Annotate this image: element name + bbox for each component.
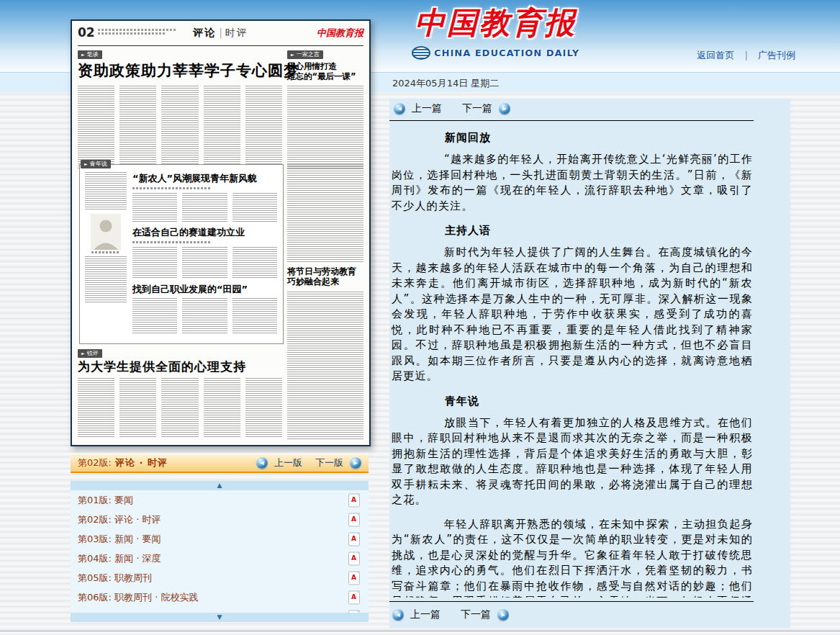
preview-box-left-column	[85, 172, 127, 304]
article-nav-top: ◀ 上一篇 下一篇 ▶	[394, 102, 510, 115]
article-paragraph: 年轻人辞职离开熟悉的领域，在未知中探索，主动担负起身为“新农人”的责任，这不仅仅…	[392, 517, 753, 598]
preview-headline-box3[interactable]: 找到自己职业发展的“田园”	[132, 283, 277, 296]
current-version-section: 评论 · 时评	[115, 456, 168, 469]
portrait-sketch	[91, 214, 121, 250]
logo-subtitle: CHINA EDUCATION DAILY	[434, 48, 579, 58]
newspaper-preview[interactable]: 02 评论|时评 中国教育报 ►笔谈 资助政策助力莘莘学子专心圆梦 ►一家之言 …	[71, 19, 371, 446]
tag-arrow-icon: ►	[81, 53, 85, 57]
preview-headline-box1[interactable]: “新农人”风潮展现青年新风貌	[132, 172, 277, 185]
prev-article-link[interactable]: 上一篇	[412, 102, 442, 115]
page-list-item-partial[interactable]	[71, 607, 369, 613]
page-list-item-04[interactable]: 第04版: 新闻 · 深度	[71, 549, 369, 568]
down-arrow-icon: ▼	[217, 613, 222, 621]
tag-ruiping: ►锐评	[78, 349, 102, 358]
top-links: 返回首页｜广告刊例	[697, 49, 795, 62]
page-list-item-06[interactable]: 第06版: 职教周刊 · 院校实践	[71, 587, 369, 607]
logo: 中国教育报 CHINA EDUCATION DAILY	[412, 3, 579, 60]
logo-subtitle-row: CHINA EDUCATION DAILY	[412, 46, 579, 60]
prev-article-icon[interactable]: ◀	[394, 103, 405, 114]
article-divider-bottom	[389, 601, 754, 602]
pdf-icon[interactable]	[348, 551, 360, 565]
preview-headline-side2[interactable]: 将节日与劳动教育 巧妙融合起来	[287, 266, 365, 287]
pdf-icon[interactable]	[348, 590, 360, 604]
page-list-item-03[interactable]: 第03版: 新闻 · 要闻	[71, 529, 369, 549]
version-nav: ◀ 上一版 下一版 ▶	[256, 456, 361, 469]
article-paragraph: 放眼当下，年轻人有着更加独立的人格及思维方式。在他们眼中，辞职回村种地从来不是退…	[392, 415, 753, 508]
preview-text-columns	[78, 86, 282, 168]
section-heading-host: 主持人语	[445, 224, 753, 238]
current-version: 第02版: 评论 · 时评	[78, 456, 168, 469]
preview-text-columns	[78, 378, 282, 438]
article-paragraph: 新时代为年轻人提供了广阔的人生舞台。在高度城镇化的今天，越来越多的年轻人活跃在城…	[392, 245, 753, 384]
preview-text-column	[287, 292, 363, 439]
next-article-icon[interactable]: ▶	[499, 103, 510, 114]
scroll-up-button[interactable]: ▲	[71, 481, 369, 490]
pdf-icon[interactable]	[348, 513, 360, 526]
prev-article-link[interactable]: 上一篇	[410, 608, 441, 621]
pdf-icon[interactable]	[348, 532, 360, 546]
page-list-item-05[interactable]: 第05版: 职教周刊	[71, 568, 369, 587]
preview-headline-box2[interactable]: 在适合自己的赛道建功立业	[132, 226, 277, 239]
links-separator: ｜	[741, 50, 751, 60]
preview-youth-box: “新农人”风潮展现青年新风貌 在适合自己的赛道建功立业 找到自己职业发展的“田园…	[79, 164, 284, 344]
version-bar: 第02版: 评论 · 时评 ◀ 上一版 下一版 ▶	[71, 454, 369, 473]
article-body: 新闻回放 “越来越多的年轻人，开始离开传统意义上‘光鲜亮丽’的工作岗位，选择回村…	[389, 127, 790, 598]
preview-headline-side[interactable]: 用心用情打造 难忘的“最后一课”	[287, 61, 365, 81]
link-ad-rates[interactable]: 广告刊例	[758, 50, 795, 60]
article-nav-bottom: ◀ 上一篇 下一篇 ▶	[392, 608, 509, 621]
preview-box-main: “新农人”风潮展现青年新风貌 在适合自己的赛道建功立业 找到自己职业发展的“田园…	[132, 171, 277, 334]
logo-title: 中国教育报	[412, 3, 579, 43]
logo-globe-icon	[412, 46, 430, 60]
tag-bitan: ►笔谈	[78, 50, 102, 59]
article-panel: ◀ 上一篇 下一篇 ▶ 新闻回放 “越来越多的年轻人，开始离开传统意义上‘光鲜亮…	[389, 99, 790, 628]
pdf-icon[interactable]	[348, 493, 360, 507]
next-version-icon[interactable]: ▶	[350, 457, 361, 469]
preview-text-column	[287, 164, 363, 264]
date-text: 2024年05月14日 星期二	[392, 77, 499, 90]
tag-qingnianshuo: ►青年说	[81, 160, 111, 168]
page-list-item-02[interactable]: 第02版: 评论 · 时评	[71, 510, 369, 529]
prev-version-icon[interactable]: ◀	[256, 457, 268, 469]
pdf-icon[interactable]	[348, 571, 360, 585]
preview-headline-main[interactable]: 资助政策助力莘莘学子专心圆梦	[78, 60, 299, 81]
preview-headline-bottom[interactable]: 为大学生提供全面的心理支持	[78, 359, 246, 375]
preview-text-column	[287, 86, 363, 168]
section-heading-news-replay: 新闻回放	[445, 131, 753, 145]
tag-yijiazhiyan: ►一家之言	[287, 50, 323, 59]
next-article-link[interactable]: 下一篇	[461, 608, 491, 621]
page-bottom-border	[0, 631, 840, 631]
preview-rule	[78, 45, 363, 46]
section-heading-youth: 青年说	[445, 395, 753, 408]
page-list-item-01[interactable]: 第01版: 要闻	[71, 490, 369, 510]
article-divider-top	[389, 120, 754, 121]
link-return-home[interactable]: 返回首页	[697, 50, 734, 60]
scroll-down-button[interactable]: ▼	[71, 613, 369, 622]
next-article-link[interactable]: 下一篇	[462, 102, 492, 115]
prev-article-icon[interactable]: ◀	[392, 609, 404, 621]
next-version-link[interactable]: 下一版	[315, 456, 343, 469]
current-version-label: 第02版:	[78, 456, 112, 469]
article-paragraph: “越来越多的年轻人，开始离开传统意义上‘光鲜亮丽’的工作岗位，选择回村种地，一头…	[392, 152, 753, 214]
pages-list: ▲ 第01版: 要闻 第02版: 评论 · 时评 第03版: 新闻 · 要闻 第…	[71, 481, 369, 613]
next-article-icon[interactable]: ▶	[497, 609, 509, 621]
page: 中国教育报 CHINA EDUCATION DAILY 返回首页｜广告刊例 20…	[0, 0, 840, 635]
up-arrow-icon: ▲	[217, 482, 222, 489]
prev-version-link[interactable]: 上一版	[274, 456, 302, 469]
preview-masthead: 中国教育报	[317, 27, 363, 40]
